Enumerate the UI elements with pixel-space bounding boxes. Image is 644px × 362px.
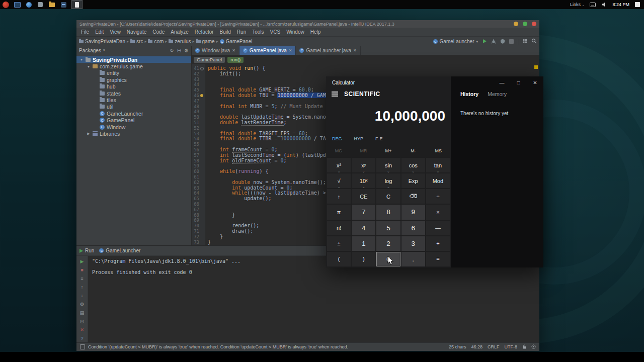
run-console[interactable]: "C:\Program Files\Java\jdk1.8.0_101\bin\… bbox=[88, 256, 539, 343]
run-config-selector[interactable]: C GameLauncher ▾ bbox=[433, 39, 478, 44]
key-tan[interactable]: tan bbox=[426, 158, 450, 172]
maximize-button[interactable]: □ bbox=[510, 76, 527, 88]
active-app-button[interactable] bbox=[71, 0, 83, 9]
memory-recall-button[interactable]: MR bbox=[351, 148, 376, 153]
key-shift[interactable]: ↑ bbox=[327, 189, 351, 204]
minimize-button[interactable] bbox=[514, 22, 518, 26]
browser-app-icon[interactable] bbox=[25, 1, 32, 8]
key-exp[interactable]: Exp bbox=[401, 173, 425, 188]
minimize-button[interactable]: — bbox=[494, 76, 510, 88]
rerun-icon[interactable]: ▶ bbox=[79, 258, 86, 264]
history-tab[interactable]: History bbox=[460, 91, 478, 97]
breadcrumb-item-src[interactable]: src bbox=[130, 39, 143, 44]
settings-gear-icon[interactable]: ⚙ bbox=[184, 48, 189, 53]
line-ending[interactable]: CRLF bbox=[488, 344, 500, 349]
lock-icon[interactable] bbox=[522, 344, 526, 350]
fe-tab[interactable]: F-E bbox=[375, 136, 383, 141]
key-divide[interactable]: ÷ bbox=[426, 189, 450, 204]
ide-titlebar[interactable]: SavingPrivateDan - [C:\Users\danie\IdeaP… bbox=[76, 20, 539, 28]
key-pi[interactable]: π bbox=[327, 205, 351, 219]
memory-clear-button[interactable]: MC bbox=[326, 148, 351, 153]
memory-subtract-button[interactable]: M- bbox=[401, 148, 426, 153]
hyp-tab[interactable]: HYP bbox=[354, 136, 364, 141]
caret-position[interactable]: 46:28 bbox=[471, 344, 482, 349]
key-factorial[interactable]: n! bbox=[327, 221, 351, 235]
key-equals[interactable]: = bbox=[426, 252, 450, 266]
up-icon[interactable]: ↑ bbox=[79, 284, 86, 290]
key-x-squared[interactable]: x² bbox=[327, 158, 351, 172]
menu-edit[interactable]: Edit bbox=[92, 29, 107, 35]
key-clear-entry[interactable]: CE bbox=[352, 189, 375, 204]
editor-chip-gamepanel[interactable]: GamePanel bbox=[194, 57, 225, 63]
key-6[interactable]: 6 bbox=[401, 221, 425, 235]
key-log[interactable]: log bbox=[376, 173, 400, 188]
tree-item-com-zerulus-game[interactable]: ▼com.zerulus.game bbox=[76, 63, 191, 69]
tab-close-icon[interactable]: ✕ bbox=[232, 48, 235, 53]
links-toolbar[interactable]: Links ⌄ bbox=[570, 2, 585, 7]
tree-item-window[interactable]: CWindow bbox=[76, 124, 191, 130]
encoding[interactable]: UTF-8 bbox=[505, 344, 518, 349]
breadcrumb-item-savingprivatedan[interactable]: SavingPrivateDan bbox=[79, 39, 125, 44]
settings-icon[interactable]: ⚙ bbox=[79, 301, 86, 307]
filter-icon[interactable]: ≡ bbox=[79, 275, 86, 282]
menu-analyze[interactable]: Analyze bbox=[168, 29, 192, 35]
gray-app-icon[interactable] bbox=[37, 1, 44, 8]
key-8[interactable]: 8 bbox=[376, 205, 400, 219]
maximize-button[interactable] bbox=[523, 22, 527, 26]
calculator-titlebar[interactable]: Calculator bbox=[326, 76, 451, 88]
tree-item-util[interactable]: util bbox=[76, 104, 191, 110]
breadcrumb-item-zerulus[interactable]: zerulus bbox=[169, 39, 191, 44]
close-button[interactable]: ✕ bbox=[527, 76, 543, 88]
key-decimal[interactable]: . bbox=[401, 252, 425, 266]
menu-view[interactable]: View bbox=[107, 29, 124, 35]
hamburger-menu-icon[interactable] bbox=[332, 94, 338, 95]
tab-gamepanel-java[interactable]: CGamePanel.java✕ bbox=[239, 46, 296, 55]
tree-item-tiles[interactable]: tiles bbox=[76, 97, 191, 103]
monitor-app-icon[interactable] bbox=[14, 1, 21, 8]
key-subtract[interactable]: — bbox=[426, 221, 450, 235]
key-mod[interactable]: Mod bbox=[426, 173, 450, 188]
tree-item-gamepanel[interactable]: CGamePanel bbox=[76, 117, 191, 124]
tree-item-graphics[interactable]: graphics bbox=[76, 76, 191, 83]
tree-item-savingprivatedan[interactable]: ▼SavingPrivateDan bbox=[76, 56, 191, 63]
key-close-paren[interactable]: ) bbox=[352, 252, 375, 266]
breadcrumb-item-com[interactable]: com bbox=[148, 39, 164, 44]
project-structure-icon[interactable] bbox=[522, 39, 527, 45]
intention-bulb-icon[interactable] bbox=[200, 94, 204, 98]
chevron-right-icon[interactable]: ▶ bbox=[87, 132, 91, 136]
notification-center-icon[interactable] bbox=[634, 1, 641, 8]
file-explorer-icon[interactable] bbox=[48, 1, 55, 8]
menu-build[interactable]: Build bbox=[217, 29, 234, 35]
tab-close-icon[interactable]: ✕ bbox=[289, 48, 292, 53]
menu-code[interactable]: Code bbox=[149, 29, 168, 35]
tree-item-gamelauncher[interactable]: CGameLauncher bbox=[76, 110, 191, 117]
keyboard-icon[interactable] bbox=[589, 1, 596, 8]
code-line[interactable]: init(); bbox=[208, 71, 539, 77]
key-2[interactable]: 2 bbox=[376, 236, 400, 251]
menu-file[interactable]: File bbox=[78, 29, 92, 35]
tab-gamelauncher-java[interactable]: CGameLauncher.java✕ bbox=[296, 46, 360, 55]
help-icon[interactable]: ? bbox=[79, 335, 86, 341]
menu-run[interactable]: Run bbox=[234, 29, 249, 35]
code-app-icon[interactable] bbox=[60, 1, 67, 8]
tree-item-entity[interactable]: entity bbox=[76, 70, 191, 76]
key-clear[interactable]: C bbox=[376, 189, 400, 204]
memory-tab[interactable]: Memory bbox=[488, 91, 507, 97]
deg-tab[interactable]: DEG bbox=[332, 136, 342, 141]
menu-help[interactable]: Help bbox=[307, 29, 324, 35]
tab-window-java[interactable]: CWindow.java✕ bbox=[192, 46, 239, 55]
run-button[interactable] bbox=[482, 39, 487, 45]
key-cos[interactable]: cos bbox=[401, 158, 425, 172]
key-x-power-y[interactable]: xʸ bbox=[352, 158, 375, 172]
stop-button[interactable] bbox=[509, 39, 514, 44]
key-7[interactable]: 7 bbox=[352, 205, 375, 219]
trash-icon[interactable]: ▤ bbox=[79, 309, 86, 316]
key-3[interactable]: 3 bbox=[401, 236, 425, 251]
menu-navigate[interactable]: Navigate bbox=[124, 29, 149, 35]
memory-store-button[interactable]: MS bbox=[426, 148, 451, 153]
menu-window[interactable]: Window bbox=[283, 29, 307, 35]
run-tab[interactable]: Run bbox=[79, 248, 94, 253]
menu-refactor[interactable]: Refactor bbox=[192, 29, 217, 35]
key-sin[interactable]: sin bbox=[376, 158, 400, 172]
key-4[interactable]: 4 bbox=[352, 221, 375, 235]
